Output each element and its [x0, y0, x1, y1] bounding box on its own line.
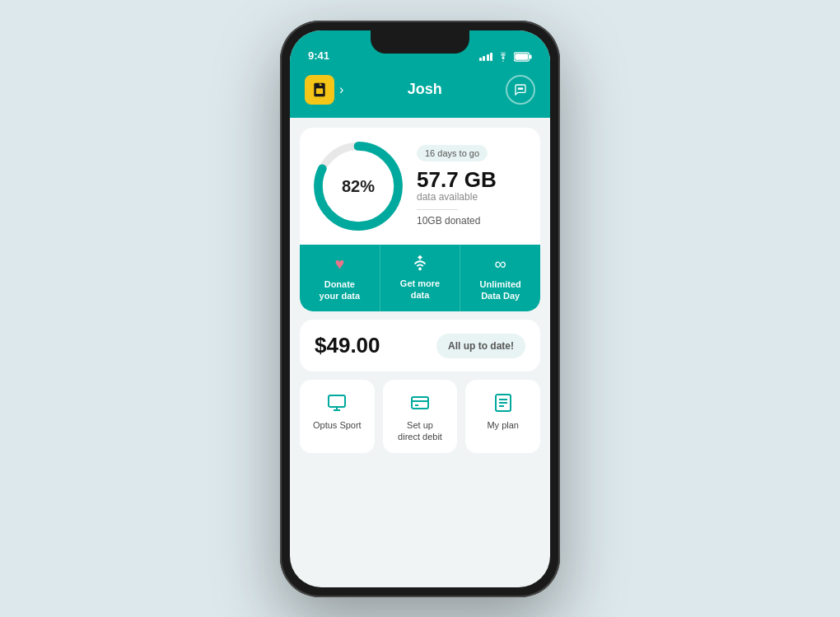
unlimited-label: UnlimitedData Day: [480, 278, 521, 302]
svg-rect-1: [530, 54, 532, 58]
get-more-button[interactable]: Get moredata: [380, 245, 461, 312]
battery-icon: [514, 52, 532, 62]
status-time: 9:41: [308, 49, 329, 62]
billing-card[interactable]: $49.00 All up to date!: [300, 320, 540, 372]
plan-icon: [493, 393, 513, 413]
data-card: 82% 16 days to go 57.7 GB data available…: [300, 128, 540, 312]
donated-text: 10GB donated: [417, 215, 527, 227]
svg-rect-4: [316, 88, 323, 94]
wifi-data-icon: [411, 255, 429, 273]
donut-percentage: 82%: [342, 176, 375, 195]
get-more-label: Get moredata: [400, 278, 440, 301]
svg-point-6: [518, 88, 519, 89]
chevron-icon[interactable]: ›: [339, 82, 343, 97]
svg-point-8: [521, 88, 522, 89]
wifi-icon: [497, 52, 510, 62]
svg-rect-15: [412, 397, 428, 409]
signal-icon: [479, 53, 493, 61]
main-content: 82% 16 days to go 57.7 GB data available…: [290, 118, 550, 587]
heart-icon: ♥: [334, 255, 344, 273]
svg-rect-2: [515, 54, 528, 60]
my-plan-label: My plan: [487, 419, 519, 431]
my-plan-tile[interactable]: My plan: [465, 380, 540, 453]
phone-screen: 9:41: [290, 30, 550, 587]
data-amount: 57.7 GB: [417, 168, 527, 192]
billing-status: All up to date!: [436, 334, 525, 358]
action-row: ♥ Donateyour data Get moredata ∞: [300, 245, 540, 312]
divider: [417, 209, 458, 210]
phone-wrapper: 9:41: [280, 21, 560, 597]
user-name: Josh: [408, 81, 442, 98]
chat-button[interactable]: [506, 75, 535, 105]
header-left: ›: [305, 75, 343, 105]
svg-point-7: [520, 88, 520, 89]
direct-debit-tile[interactable]: Set updirect debit: [383, 380, 458, 453]
donate-button[interactable]: ♥ Donateyour data: [300, 245, 380, 312]
status-icons: [479, 52, 533, 62]
optus-sport-label: Optus Sport: [313, 419, 362, 431]
data-available-label: data available: [417, 191, 527, 203]
service-row: Optus Sport Set updirect debit: [300, 380, 540, 453]
billing-amount: $49.00: [315, 333, 380, 358]
donut-chart: 82%: [313, 141, 404, 231]
card-icon: [410, 393, 430, 413]
data-info: 16 days to go 57.7 GB data available 10G…: [417, 145, 527, 227]
unlimited-button[interactable]: ∞ UnlimitedData Day: [460, 245, 540, 312]
monitor-icon: [327, 393, 347, 413]
days-badge: 16 days to go: [417, 145, 488, 161]
notch: [371, 30, 469, 54]
sim-icon[interactable]: [305, 75, 334, 105]
app-header: › Josh: [290, 67, 550, 118]
svg-rect-12: [329, 395, 345, 407]
data-card-top: 82% 16 days to go 57.7 GB data available…: [300, 128, 540, 245]
donate-label: Donateyour data: [320, 278, 361, 302]
svg-point-11: [419, 268, 421, 269]
direct-debit-label: Set updirect debit: [398, 419, 442, 443]
optus-sport-tile[interactable]: Optus Sport: [300, 380, 375, 453]
infinity-icon: ∞: [495, 255, 506, 273]
